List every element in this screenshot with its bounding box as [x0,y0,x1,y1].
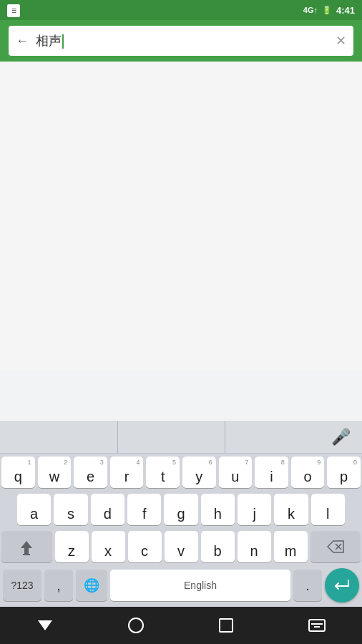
recent-square-icon [219,618,233,633]
key-c[interactable]: c [128,531,162,562]
home-circle-icon [128,618,144,633]
key-s[interactable]: s [54,494,87,525]
shift-icon [18,538,35,555]
toolbar-section-1 [11,421,117,453]
key-a[interactable]: a [17,494,51,525]
key-k[interactable]: k [274,494,308,525]
key-l[interactable]: l [311,494,345,525]
key-i[interactable]: 8i [255,457,288,488]
key-o[interactable]: 9o [291,457,325,488]
text-cursor [62,34,64,49]
enter-key[interactable] [325,568,359,602]
enter-icon [334,579,350,592]
key-m[interactable]: m [274,531,308,562]
nav-keyboard-button[interactable] [306,615,328,636]
back-arrow-icon[interactable]: ← [16,34,29,49]
key-h[interactable]: h [201,494,235,525]
nav-home-button[interactable] [125,615,147,636]
key-x[interactable]: x [92,531,125,562]
status-bar: ☰ 4G↑ 🔋 4:41 [0,0,362,20]
svg-rect-0 [24,552,29,554]
toolbar-dividers [11,421,331,453]
mic-icon[interactable]: 🎤 [331,428,351,447]
period-key[interactable]: . [293,570,322,601]
key-q[interactable]: 1q [1,457,35,488]
notification-icon: ☰ [7,3,20,17]
key-y[interactable]: 6y [182,457,216,488]
keyboard-bottom-row: ?123 , 🌐 English . [0,565,362,607]
nav-recent-button[interactable] [215,615,237,636]
keyboard-toolbar: 🎤 [0,421,362,454]
key-j[interactable]: j [238,494,271,525]
key-r[interactable]: 4r [110,457,144,488]
search-bar: ← 相声 ✕ [0,20,362,62]
keyboard: 🎤 1q 2w 3e 4r 5t 6y 7u 8i 9o 0p a s d f … [0,421,362,607]
key-u[interactable]: 7u [219,457,253,488]
key-g[interactable]: g [164,494,197,525]
status-time: 4:41 [336,5,355,16]
backspace-key[interactable] [310,531,361,562]
svg-rect-1 [23,554,30,555]
content-area [0,62,362,371]
search-text: 相声 [36,32,328,49]
search-query-text: 相声 [36,34,62,48]
key-z[interactable]: z [55,531,89,562]
clear-icon[interactable]: ✕ [336,33,346,49]
keyboard-row-2: a s d f g h j k l [0,491,362,528]
key-v[interactable]: v [165,531,198,562]
back-triangle-icon [38,620,52,630]
key-d[interactable]: d [91,494,124,525]
nav-bar [0,607,362,644]
toolbar-section-3 [225,421,331,453]
key-t[interactable]: 5t [146,457,180,488]
num123-key[interactable]: ?123 [3,570,41,601]
search-input-wrapper[interactable]: ← 相声 ✕ [9,26,353,56]
key-b[interactable]: b [201,531,235,562]
key-p[interactable]: 0p [327,457,361,488]
signal-icon: 4G↑ [303,6,318,14]
keyboard-nav-icon [308,619,326,632]
comma-key[interactable]: , [44,570,73,601]
nav-back-button[interactable] [34,615,56,636]
keyboard-row-3: z x c v b n m [0,528,362,565]
key-n[interactable]: n [238,531,271,562]
keyboard-row-1: 1q 2w 3e 4r 5t 6y 7u 8i 9o 0p [0,454,362,491]
toolbar-section-2 [118,421,224,453]
key-w[interactable]: 2w [38,457,72,488]
key-e[interactable]: 3e [74,457,107,488]
backspace-icon [327,540,344,553]
battery-icon: 🔋 [322,6,332,15]
globe-key[interactable]: 🌐 [76,570,107,601]
space-key[interactable]: English [110,570,290,601]
key-f[interactable]: f [127,494,161,525]
shift-key[interactable] [1,531,52,562]
